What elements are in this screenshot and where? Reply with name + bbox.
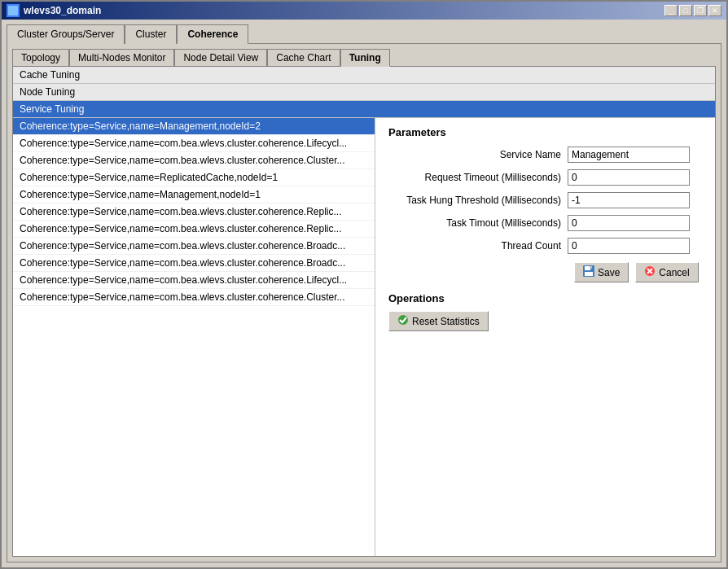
- input-task-timeout[interactable]: [568, 215, 690, 231]
- param-task-timeout: Task Timout (Milliseconds): [388, 215, 702, 231]
- list-item[interactable]: Coherence:type=Service,name=ReplicatedCa…: [13, 169, 375, 186]
- inner-panel: Cache Tuning Node Tuning Service Tuning …: [12, 66, 716, 557]
- window-body: Cluster Groups/Server Cluster Coherence …: [2, 20, 726, 567]
- cancel-button[interactable]: Cancel: [635, 262, 698, 282]
- list-item[interactable]: Coherence:type=Service,name=com.bea.wlev…: [13, 238, 375, 255]
- main-panel: Topology Multi-Nodes Monitor Node Detail…: [7, 43, 721, 562]
- list-item[interactable]: Coherence:type=Service,name=com.bea.wlev…: [13, 152, 375, 169]
- title-bar: wlevs30_domain _ □ ❐ ✕: [2, 2, 726, 20]
- save-icon: [583, 265, 594, 279]
- list-item[interactable]: Coherence:type=Service,name=com.bea.wlev…: [13, 204, 375, 221]
- maximize-button[interactable]: □: [679, 5, 692, 16]
- content-area: Coherence:type=Service,name=Management,n…: [13, 118, 715, 556]
- list-item[interactable]: Coherence:type=Service,name=com.bea.wlev…: [13, 255, 375, 272]
- save-button[interactable]: Save: [574, 262, 629, 282]
- list-item[interactable]: Coherence:type=Service,name=com.bea.wlev…: [13, 289, 375, 306]
- tab-cluster-groups[interactable]: Cluster Groups/Server: [7, 24, 125, 44]
- action-buttons: Save Cancel: [574, 262, 702, 282]
- list-item[interactable]: Coherence:type=Service,name=Management,n…: [13, 186, 375, 204]
- operations-row: Reset Statistics: [388, 311, 702, 331]
- tab-node-detail[interactable]: Node Detail View: [174, 49, 267, 67]
- parameters-panel: Parameters Service Name Request Timeout …: [375, 118, 715, 556]
- param-service-name: Service Name: [388, 147, 702, 163]
- close-button[interactable]: ✕: [708, 5, 721, 16]
- param-request-timeout: Request Timeout (Milliseconds): [388, 169, 702, 186]
- title-buttons: _ □ ❐ ✕: [664, 5, 721, 16]
- param-label-service-name: Service Name: [388, 149, 568, 160]
- operations-title: Operations: [388, 292, 702, 304]
- window-title: wlevs30_domain: [24, 5, 101, 16]
- main-window: wlevs30_domain _ □ ❐ ✕ Cluster Groups/Se…: [0, 0, 728, 569]
- service-list[interactable]: Coherence:type=Service,name=Management,n…: [13, 118, 375, 556]
- title-bar-left: wlevs30_domain: [7, 4, 101, 17]
- tab-coherence[interactable]: Coherence: [177, 24, 248, 44]
- tab-tuning[interactable]: Tuning: [340, 49, 390, 67]
- input-task-hung[interactable]: [568, 192, 690, 208]
- svg-point-9: [398, 315, 408, 325]
- list-item[interactable]: Coherence:type=Service,name=Management,n…: [13, 118, 375, 135]
- list-item[interactable]: Coherence:type=Service,name=com.bea.wlev…: [13, 135, 375, 152]
- check-icon: [397, 314, 409, 328]
- tab-cache-chart[interactable]: Cache Chart: [267, 49, 340, 67]
- input-thread-count[interactable]: [568, 238, 690, 254]
- param-label-task-timeout: Task Timout (Milliseconds): [388, 217, 568, 229]
- svg-rect-1: [8, 6, 18, 15]
- app-icon: [7, 4, 20, 17]
- inner-tabs: Topology Multi-Nodes Monitor Node Detail…: [12, 49, 716, 67]
- param-label-task-hung: Task Hung Threshold (Milliseconds): [388, 195, 568, 206]
- param-label-thread-count: Thread Count: [388, 240, 568, 252]
- section-service-tuning[interactable]: Service Tuning: [13, 101, 715, 118]
- minimize-button[interactable]: _: [664, 5, 678, 16]
- tab-topology[interactable]: Topology: [12, 49, 69, 67]
- param-thread-count: Thread Count: [388, 238, 702, 254]
- top-tabs: Cluster Groups/Server Cluster Coherence: [7, 24, 721, 44]
- tab-multi-nodes[interactable]: Multi-Nodes Monitor: [69, 49, 174, 67]
- section-node-tuning[interactable]: Node Tuning: [13, 84, 715, 101]
- list-item[interactable]: Coherence:type=Service,name=com.bea.wlev…: [13, 221, 375, 238]
- input-service-name[interactable]: [568, 147, 690, 163]
- param-label-request-timeout: Request Timeout (Milliseconds): [388, 172, 568, 183]
- cancel-icon: [644, 265, 656, 279]
- restore-button[interactable]: ❐: [694, 5, 707, 16]
- section-cache-tuning[interactable]: Cache Tuning: [13, 67, 715, 84]
- svg-rect-4: [585, 272, 593, 276]
- svg-rect-5: [590, 266, 592, 269]
- input-request-timeout[interactable]: [568, 169, 690, 186]
- list-item[interactable]: Coherence:type=Service,name=com.bea.wlev…: [13, 272, 375, 289]
- reset-statistics-button[interactable]: Reset Statistics: [388, 311, 489, 331]
- parameters-title: Parameters: [388, 126, 702, 138]
- svg-rect-3: [585, 266, 590, 270]
- param-task-hung: Task Hung Threshold (Milliseconds): [388, 192, 702, 208]
- tab-cluster[interactable]: Cluster: [125, 24, 177, 44]
